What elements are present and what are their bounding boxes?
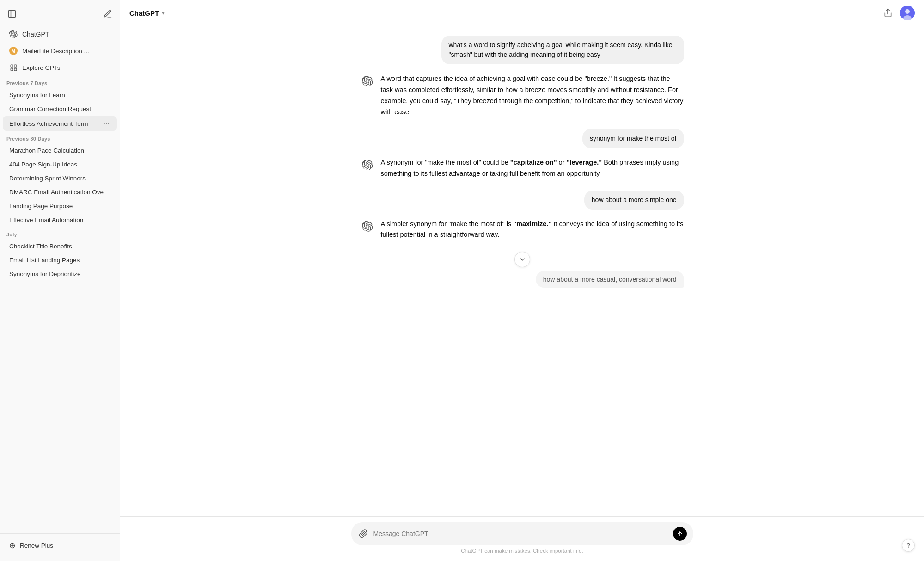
sidebar-history-item-checklist-title[interactable]: Checklist Title Benefits (3, 240, 117, 253)
sidebar-history-text-dmarc-email: DMARC Email Authentication Ove (9, 189, 110, 196)
header-chevron-icon: ▾ (162, 10, 165, 16)
user-avatar[interactable] (900, 6, 915, 20)
assistant-avatar-2 (361, 158, 374, 172)
send-button[interactable] (673, 527, 687, 541)
mailerlite-icon: M (9, 47, 18, 55)
assistant-content-3: A simpler synonym for "make the most of"… (381, 219, 684, 241)
user-message-1: what's a word to signify acheiving a goa… (361, 36, 684, 64)
footer-note: ChatGPT can make mistakes. Check importa… (129, 545, 915, 558)
input-container (351, 522, 693, 545)
sidebar-item-chatgpt[interactable]: ChatGPT (3, 26, 117, 42)
input-area: ChatGPT can make mistakes. Check importa… (120, 516, 924, 561)
scroll-down-area (361, 252, 684, 267)
sidebar-history-item-grammar-correction[interactable]: Grammar Correction Request (3, 102, 117, 116)
share-button[interactable] (881, 6, 894, 19)
svg-text:M: M (12, 49, 15, 54)
sidebar: ChatGPT M MailerLite Description ... Exp… (0, 0, 120, 561)
svg-rect-6 (11, 68, 13, 70)
help-button[interactable]: ? (902, 539, 915, 552)
sidebar-history-text-synonyms-learn: Synonyms for Learn (9, 92, 110, 99)
svg-rect-4 (11, 65, 13, 67)
svg-point-10 (905, 9, 910, 14)
scroll-down-button[interactable] (514, 252, 530, 267)
sidebar-history-text-marathon-pace: Marathon Pace Calculation (9, 147, 110, 154)
chatgpt-icon (9, 30, 18, 38)
sidebar-item-mailerlite[interactable]: M MailerLite Description ... (3, 43, 117, 59)
sidebar-bottom: ⊕ Renew Plus (0, 533, 120, 557)
sidebar-history-text-checklist-title: Checklist Title Benefits (9, 243, 110, 250)
sidebar-history-item-404-page[interactable]: 404 Page Sign-Up Ideas (3, 158, 117, 171)
user-bubble-3: how about a more simple one (584, 191, 684, 210)
renew-plus-button[interactable]: ⊕ Renew Plus (3, 537, 117, 554)
sidebar-history-text-synonyms-deprioritize: Synonyms for Deprioritize (9, 271, 110, 277)
sidebar-history-more-effortless-achievement[interactable]: ··· (103, 119, 110, 128)
assistant-message-1: A word that captures the idea of achievi… (361, 74, 684, 118)
sidebar-section-label-2: July (0, 227, 120, 239)
renew-label: Renew Plus (20, 542, 53, 549)
user-bubble-1: what's a word to signify acheiving a goa… (441, 36, 684, 64)
toggle-sidebar-button[interactable] (6, 7, 18, 20)
main-content: ChatGPT ▾ w (120, 0, 924, 561)
sidebar-section-label-1: Previous 30 Days (0, 131, 120, 143)
sidebar-history-item-email-list[interactable]: Email List Landing Pages (3, 253, 117, 267)
grid-icon (9, 63, 18, 72)
sidebar-history-item-effective-email[interactable]: Effective Email Automation (3, 213, 117, 227)
sidebar-history-item-sprint-winners[interactable]: Determining Sprint Winners (3, 172, 117, 185)
sidebar-history-sections: Previous 7 DaysSynonyms for LearnGrammar… (0, 76, 120, 281)
messages-inner: what's a word to signify acheiving a goa… (351, 36, 693, 288)
sidebar-history-item-effortless-achievement[interactable]: Effortless Achievement Term··· (3, 116, 117, 131)
assistant-message-2: A synonym for "make the most of" could b… (361, 157, 684, 179)
sidebar-history-text-email-list: Email List Landing Pages (9, 257, 110, 264)
assistant-content-2: A synonym for "make the most of" could b… (381, 157, 684, 179)
sidebar-history-text-404-page: 404 Page Sign-Up Ideas (9, 161, 110, 168)
sidebar-item-explore[interactable]: Explore GPTs (3, 60, 117, 75)
user-message-2: synonym for make the most of (361, 129, 684, 148)
renew-icon: ⊕ (9, 541, 15, 550)
sidebar-history-item-dmarc-email[interactable]: DMARC Email Authentication Ove (3, 185, 117, 199)
header-title-button[interactable]: ChatGPT ▾ (129, 9, 165, 17)
user-bubble-2: synonym for make the most of (582, 129, 684, 148)
user-message-3: how about a more simple one (361, 191, 684, 210)
sidebar-history-item-synonyms-deprioritize[interactable]: Synonyms for Deprioritize (3, 267, 117, 281)
sidebar-history-text-effective-email: Effective Email Automation (9, 216, 110, 223)
sidebar-section-label-0: Previous 7 Days (0, 76, 120, 88)
messages-container: what's a word to signify acheiving a goa… (120, 26, 924, 516)
partial-user-message: how about a more casual, conversational … (361, 271, 684, 288)
sidebar-explore-label: Explore GPTs (22, 64, 61, 71)
sidebar-history-text-effortless-achievement: Effortless Achievement Term (9, 120, 103, 127)
assistant-content-1: A word that captures the idea of achievi… (381, 74, 684, 118)
assistant-avatar-3 (361, 220, 374, 234)
partial-bubble: how about a more casual, conversational … (536, 271, 684, 288)
sidebar-history-text-grammar-correction: Grammar Correction Request (9, 105, 110, 112)
new-chat-button[interactable] (101, 7, 114, 20)
sidebar-top-buttons (0, 4, 120, 26)
svg-rect-0 (9, 11, 16, 18)
assistant-avatar-1 (361, 74, 374, 88)
sidebar-history-text-sprint-winners: Determining Sprint Winners (9, 175, 110, 182)
svg-rect-5 (14, 65, 16, 67)
assistant-text-1: A word that captures the idea of achievi… (381, 75, 684, 116)
sidebar-history-text-landing-page: Landing Page Purpose (9, 203, 110, 210)
header-right-actions (881, 6, 915, 20)
sidebar-chatgpt-label: ChatGPT (22, 31, 49, 38)
message-input[interactable] (373, 530, 668, 537)
attach-button[interactable] (358, 528, 369, 539)
sidebar-mailerlite-label: MailerLite Description ... (22, 48, 89, 55)
sidebar-history-item-marathon-pace[interactable]: Marathon Pace Calculation (3, 144, 117, 157)
header: ChatGPT ▾ (120, 0, 924, 26)
assistant-message-3: A simpler synonym for "make the most of"… (361, 219, 684, 241)
svg-rect-7 (14, 68, 16, 70)
sidebar-history-item-landing-page[interactable]: Landing Page Purpose (3, 199, 117, 213)
sidebar-history-item-synonyms-learn[interactable]: Synonyms for Learn (3, 88, 117, 102)
header-title: ChatGPT (129, 9, 159, 17)
